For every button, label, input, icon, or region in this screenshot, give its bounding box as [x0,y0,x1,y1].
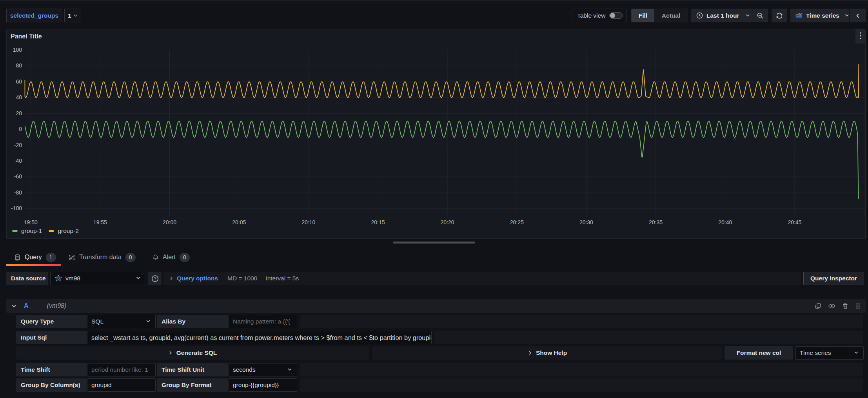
svg-text:20:15: 20:15 [371,219,385,225]
svg-text:20:20: 20:20 [441,219,454,225]
svg-text:100: 100 [13,47,22,53]
svg-text:19:50: 19:50 [24,219,38,225]
svg-text:19:55: 19:55 [93,219,107,225]
svg-text:-20: -20 [14,142,22,148]
svg-text:20:25: 20:25 [510,219,524,225]
svg-text:20:05: 20:05 [232,219,246,225]
svg-text:20:00: 20:00 [163,219,176,225]
svg-text:20:35: 20:35 [649,219,663,225]
svg-text:20: 20 [16,110,22,116]
svg-text:-100: -100 [11,205,22,211]
svg-text:-80: -80 [14,189,22,196]
svg-text:-60: -60 [14,173,22,180]
svg-text:20:40: 20:40 [718,219,732,225]
svg-text:-40: -40 [14,158,22,164]
svg-text:20:30: 20:30 [579,219,593,225]
svg-text:20:10: 20:10 [301,219,315,225]
svg-text:?: ? [154,276,156,281]
svg-text:60: 60 [16,78,22,85]
svg-text:20:45: 20:45 [788,219,801,225]
svg-text:40: 40 [16,94,22,100]
svg-text:80: 80 [16,62,22,69]
svg-text:0: 0 [19,126,22,132]
